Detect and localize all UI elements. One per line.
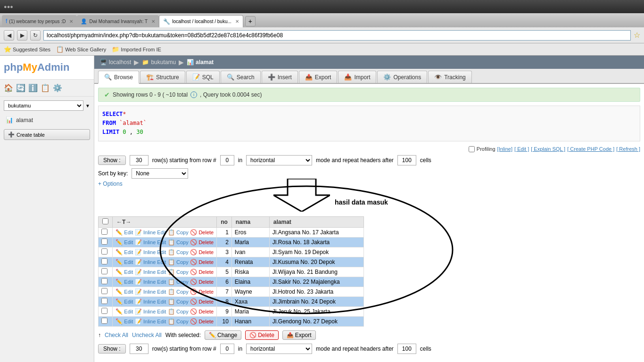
profiling-refresh-link[interactable]: [ Refresh ] [616,146,640,152]
delete-link[interactable]: Delete [198,319,214,324]
check-all-link[interactable]: Check All [105,332,128,338]
bookmarks-imported[interactable]: 📁 Imported From IE [112,46,161,53]
sidebar-item-alamat[interactable]: 📊 alamat [0,115,94,125]
delete-link[interactable]: Delete [198,309,214,314]
bookmarks-web-slice[interactable]: 📋 Web Slice Gallery [56,46,106,53]
reload-icon[interactable]: 🔄 [16,83,25,92]
copy-link[interactable]: Copy [176,230,189,235]
info-icon[interactable]: ℹ️ [28,83,38,92]
tab-sql[interactable]: 📝 SQL [186,71,220,83]
new-tab-button[interactable]: + [245,16,256,26]
inline-edit-link[interactable]: Inline Edit [143,279,166,285]
cells-input[interactable] [397,155,416,165]
tab-facebook[interactable]: f (1) webcame toy perpus :D ✕ [2,15,77,27]
start-row-input[interactable] [220,155,234,165]
tab-tracking[interactable]: 👁️ Tracking [428,71,472,83]
copy-link[interactable]: Copy [176,259,189,265]
copy-link[interactable]: Copy [176,279,189,285]
edit-link[interactable]: Edit [124,249,133,255]
bottom-show-button[interactable]: Show : [98,344,126,354]
inline-edit-link[interactable]: Inline Edit [143,259,166,265]
copy-link[interactable]: Copy [176,299,189,304]
delete-link[interactable]: Delete [198,269,214,275]
edit-link[interactable]: Edit [124,279,133,285]
delete-link[interactable]: Delete [198,259,214,265]
breadcrumb-db[interactable]: 📁 bukutamu [142,59,176,66]
bulk-delete-button[interactable]: 🚫 Delete [245,330,279,340]
show-count-input[interactable] [130,155,149,165]
row-checkbox[interactable] [101,308,107,314]
tab-close-2[interactable]: ✕ [151,19,155,24]
edit-link[interactable]: Edit [124,299,133,304]
status-info-icon[interactable]: i [190,91,197,98]
row-checkbox[interactable] [101,258,107,264]
tab-user[interactable]: 👤 Dwi Mohamad Irwansyah: T ✕ [77,15,159,27]
edit-link[interactable]: Edit [124,259,133,265]
edit-link[interactable]: Edit [124,289,133,295]
home-icon[interactable]: 🏠 [4,83,13,92]
uncheck-all-link[interactable]: Uncheck All [132,332,162,338]
edit-link[interactable]: Edit [124,319,133,324]
bottom-mode-select[interactable]: horizontal vertical horizontalflipped [246,344,312,354]
copy-icon[interactable]: 📋 [41,83,50,92]
row-checkbox[interactable] [101,298,107,304]
tab-insert[interactable]: ➕ Insert [262,71,298,83]
db-select[interactable]: bukutamu [4,100,83,111]
breadcrumb-server[interactable]: 🖥️ localhost [100,59,131,66]
row-checkbox[interactable] [101,248,107,255]
mode-select[interactable]: horizontal vertical horizontalflipped [246,155,312,165]
inline-edit-link[interactable]: Inline Edit [143,230,166,235]
row-checkbox[interactable] [101,229,107,235]
show-button[interactable]: Show : [98,156,126,165]
settings-icon[interactable]: ⚙️ [53,83,62,92]
inline-edit-link[interactable]: Inline Edit [143,319,166,324]
back-button[interactable]: ◀ [4,30,14,41]
tab-export[interactable]: 📤 Export [299,71,338,83]
bookmarks-suggested-sites[interactable]: ⭐ Suggested Sites [4,46,50,53]
options-link[interactable]: + Options [94,180,644,188]
copy-link[interactable]: Copy [176,239,189,245]
address-input[interactable] [43,30,631,41]
profiling-edit-link[interactable]: [ Edit ] [514,146,529,152]
breadcrumb-table[interactable]: 📊 alamat [187,59,214,66]
tab-browse[interactable]: 🔍 Browse [98,71,139,84]
delete-link[interactable]: Delete [198,239,214,245]
inline-edit-link[interactable]: Inline Edit [143,299,166,304]
edit-link[interactable]: Edit [124,309,133,314]
select-all-checkbox[interactable] [102,218,108,224]
edit-link[interactable]: Edit [124,239,133,245]
bottom-cells-input[interactable] [397,344,416,354]
edit-link[interactable]: Edit [124,269,133,275]
row-checkbox[interactable] [101,288,107,294]
db-arrow[interactable]: ▼ [85,103,90,108]
sort-select[interactable]: None PRIMARY [132,168,188,179]
create-table-button[interactable]: ➕ Create table [4,129,90,140]
tab-close-1[interactable]: ✕ [69,19,73,24]
tab-search[interactable]: 🔍 Search [221,71,261,83]
copy-link[interactable]: Copy [176,269,189,275]
row-checkbox[interactable] [101,318,107,324]
change-button[interactable]: ✏️ Change [205,330,241,340]
delete-link[interactable]: Delete [198,289,214,295]
copy-link[interactable]: Copy [176,319,189,324]
inline-edit-link[interactable]: Inline Edit [143,289,166,295]
delete-link[interactable]: Delete [198,249,214,255]
inline-edit-link[interactable]: Inline Edit [143,239,166,245]
bookmark-star[interactable]: ☆ [634,31,640,40]
row-checkbox[interactable] [101,278,107,284]
row-checkbox[interactable] [101,268,107,274]
delete-link[interactable]: Delete [198,299,214,304]
profiling-inline-link[interactable]: [Inline] [497,146,512,152]
copy-link[interactable]: Copy [176,249,189,255]
bulk-export-button[interactable]: 📤 Export [282,330,316,340]
copy-link[interactable]: Copy [176,309,189,314]
forward-button[interactable]: ▶ [17,30,27,41]
refresh-button[interactable]: ↻ [30,30,41,41]
copy-link[interactable]: Copy [176,289,189,295]
tab-import[interactable]: 📥 Import [338,71,376,83]
bottom-show-count-input[interactable] [130,344,149,354]
profiling-checkbox[interactable] [469,146,475,152]
profiling-explain-link[interactable]: [ Explain SQL ] [531,146,565,152]
delete-link[interactable]: Delete [198,230,214,235]
row-checkbox[interactable] [101,239,107,245]
